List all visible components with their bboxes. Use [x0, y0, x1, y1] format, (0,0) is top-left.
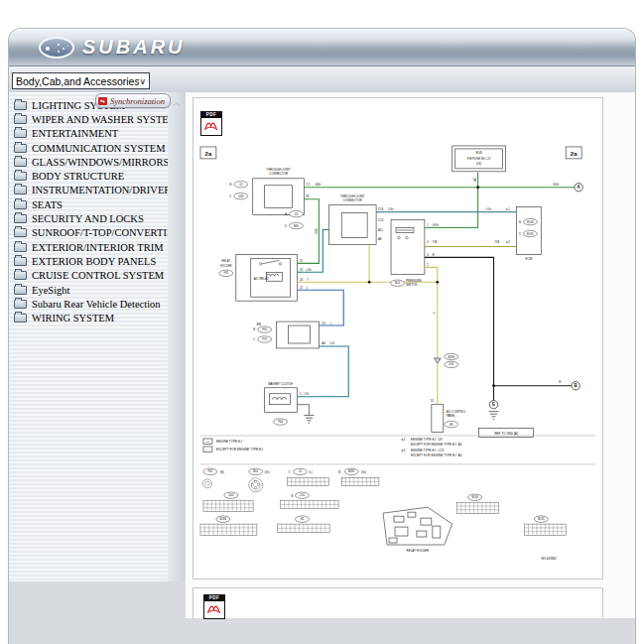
- diagram-box: [432, 405, 444, 433]
- pdf-icon[interactable]: PDF: [203, 594, 225, 619]
- synchronization-button[interactable]: ⇆ Synchronization: [95, 93, 171, 108]
- sidebar-item-exterior-interior-trim[interactable]: EXTERIOR/INTERIOR TRIM: [9, 240, 168, 254]
- category-dropdown-value: Body,Cab,and Accessories: [16, 75, 139, 87]
- sidebar-item-label: INSTRUMENTATION/DRIVER INI: [32, 185, 168, 195]
- junction-dot: [436, 281, 439, 284]
- diagram-label: C: [289, 470, 291, 474]
- sidebar-item-label: SEATS: [32, 199, 63, 210]
- diagram-label: EJ: [206, 441, 210, 444]
- diagram-label: G/Gr: [315, 228, 319, 234]
- diagram-label: G/Gr: [433, 223, 439, 227]
- folder-icon: [14, 129, 27, 138]
- sidebar-item-label: CRUISE CONTROL SYSTEM: [32, 270, 164, 281]
- sidebar-item-entertainment[interactable]: ENTERTAINMENT: [9, 127, 168, 141]
- connector-id: i210: [449, 362, 454, 366]
- sidebar-item-instrumentation-driver-ini[interactable]: INSTRUMENTATION/DRIVER INI: [9, 184, 168, 197]
- diagram-label: REF. TO GND [A]: [494, 432, 517, 436]
- sidebar-item-seats[interactable]: SEATS: [9, 197, 168, 211]
- diagram-label: G/Gr: [553, 183, 559, 187]
- category-dropdown[interactable]: Body,Cab,and Accessories ∨: [12, 72, 150, 89]
- sidebar-item-communication-system[interactable]: COMMUNICATION SYSTEM: [9, 141, 168, 155]
- diagram-label: (L): [309, 470, 312, 474]
- pdf-icon[interactable]: PDF: [200, 111, 222, 136]
- diagram-label: EXCEPT FOR ENGINE TYPE EJ: [216, 448, 263, 451]
- sidebar-item-label: SUNROOF/T-TOP/CONVERTIBLE: [32, 227, 168, 238]
- diagram-label: A/C RELAY: [254, 277, 269, 281]
- app-header: SUBARU: [9, 29, 635, 65]
- diagram-label: L: [330, 322, 332, 325]
- diagram-box: [265, 186, 293, 208]
- connector-id: B81: [294, 224, 299, 228]
- sidebar-item-sunroof-t-top-convertible[interactable]: SUNROOF/T-TOP/CONVERTIBLE: [9, 226, 168, 240]
- diagram-label: L/G: [304, 392, 308, 396]
- adobe-logo-icon: [201, 118, 220, 132]
- sidebar-item-wiring-system[interactable]: WIRING SYSTEM: [9, 311, 168, 324]
- folder-icon: [14, 286, 27, 295]
- diagram-label: B1: [306, 194, 310, 198]
- subaru-logo: SUBARU: [39, 36, 186, 59]
- app-window: SUBARU Body,Cab,and Accessories ∨ ⇆ Sync…: [8, 28, 636, 644]
- folder-icon: [14, 243, 27, 252]
- sidebar-item-glass-windows-mirrors[interactable]: GLASS/WINDOWS/MIRRORS: [9, 155, 168, 169]
- relay-holder-outline: [383, 507, 452, 545]
- diagram-label: C18: [378, 207, 384, 211]
- diagram-label: A/C: [473, 177, 477, 181]
- connector-id: B135: [527, 232, 534, 236]
- terminal-ring: [406, 236, 409, 239]
- diagram-label: ENGINE TYPE EJ : D9: [411, 438, 443, 442]
- wire: [297, 290, 343, 325]
- diagram-box: [341, 213, 367, 238]
- sync-button-label: Synchronization: [110, 96, 165, 106]
- wire: [297, 230, 328, 273]
- diagram-label: B: [338, 470, 340, 474]
- junction-dot: [368, 281, 371, 284]
- sidebar-item-wiper-and-washer-systems[interactable]: WIPER AND WASHER SYSTEMS: [9, 112, 168, 126]
- diagram-label: II: [207, 449, 209, 451]
- sidebar-item-security-and-locks[interactable]: SECURITY AND LOCKS: [9, 211, 168, 225]
- diagram-label: B: [433, 253, 435, 257]
- sidebar-scrollbar[interactable]: ︿: [168, 92, 186, 581]
- diagram-label: EXCEPT FOR ENGINE TYPE EJ : A2: [411, 453, 462, 457]
- diagram-label: WI-65982: [541, 557, 557, 561]
- diagram-detail: [267, 274, 279, 276]
- folder-icon: [14, 186, 27, 194]
- diagram-label: CONNECTOR: [343, 198, 362, 202]
- sync-icon: ⇆: [98, 97, 107, 105]
- connector-id: i12: [295, 212, 299, 216]
- diagram-label: SWITCH: [406, 283, 417, 287]
- diagram-label: HOLDER: [220, 264, 232, 268]
- circled-letter-text: E: [492, 402, 495, 407]
- diagram-label: 23: [300, 268, 304, 272]
- wiring-diagram: i12i200i12B81F31F32F70F64B10B134B135B284…: [193, 98, 602, 579]
- diagram-label: MB: [257, 322, 261, 326]
- connector-id: B10: [253, 469, 258, 473]
- sidebar-item-eyesight[interactable]: EyeSight: [9, 283, 168, 297]
- diagram-label: 3: [427, 253, 429, 257]
- diagram-label: (Gr): [361, 470, 366, 474]
- junction-dot: [492, 384, 495, 387]
- sidebar-item-label: GLASS/WINDOWS/MIRRORS: [32, 157, 168, 168]
- sidebar-item-subaru-rear-vehicle-detection[interactable]: Subaru Rear Vehicle Detection: [9, 297, 168, 311]
- diagram-label: 1: [300, 392, 302, 396]
- diagram-label: L/Gr: [486, 207, 491, 211]
- connector-id: i200: [238, 194, 244, 198]
- diagram-label: C13: [378, 218, 384, 222]
- connector-id: B284: [220, 517, 227, 521]
- diagram-label: ★2: [401, 449, 406, 452]
- wire: [297, 405, 309, 415]
- sidebar-item-cruise-control-system[interactable]: CRUISE CONTROL SYSTEM: [9, 269, 168, 283]
- sidebar-item-exterior-body-panels[interactable]: EXTERIOR BODY PANELS: [9, 254, 168, 268]
- diagram-label: Y: [433, 312, 437, 314]
- diagram-label: A11: [378, 228, 383, 232]
- diagram-label: ★1: [505, 207, 510, 211]
- diagram-label: L/Gr: [388, 207, 393, 211]
- content-area: PDF i12i200i12B81F31F32F70F64B10B134B135…: [186, 92, 636, 618]
- diagram-label: Y/B: [495, 240, 500, 244]
- connector-id: F31: [223, 271, 228, 275]
- folder-icon: [14, 144, 27, 153]
- ground-icon: [489, 412, 499, 420]
- diagram-label: G/Gr: [315, 183, 321, 187]
- diagram-label: Y/B: [433, 240, 438, 244]
- sidebar-item-label: WIPER AND WASHER SYSTEMS: [32, 114, 168, 125]
- sidebar-item-body-structure[interactable]: BODY STRUCTURE: [9, 169, 168, 183]
